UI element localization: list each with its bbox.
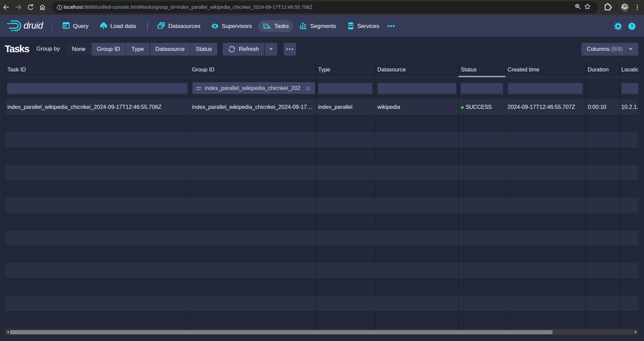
svg-text:?: ? bbox=[630, 23, 633, 29]
